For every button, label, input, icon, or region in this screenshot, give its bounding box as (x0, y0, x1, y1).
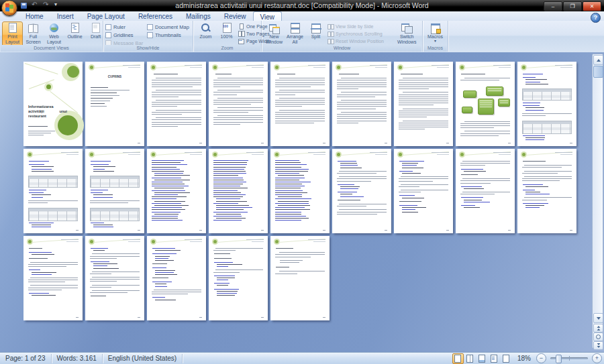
tab-view[interactable]: View (253, 11, 283, 21)
checkbox-thumbnails[interactable]: Thumbnails (147, 31, 189, 39)
page-count-status[interactable]: Page: 1 of 23 (0, 354, 52, 363)
checkbox-document-map[interactable]: Document Map (147, 23, 189, 31)
browse-next-button[interactable] (593, 341, 603, 350)
view-print-layout-button[interactable] (452, 353, 464, 364)
undo-icon[interactable] (32, 2, 39, 9)
page-thumbnail-23[interactable] (270, 236, 330, 320)
close-button[interactable]: ✕ (583, 1, 601, 11)
content-line (213, 160, 248, 161)
tab-home[interactable]: Home (19, 11, 50, 21)
page-thumbnail-15[interactable] (332, 149, 391, 233)
header-text-line (555, 65, 572, 66)
page-thumbnail-8[interactable] (456, 62, 515, 146)
page-thumbnail-21[interactable] (147, 236, 206, 320)
page-body (275, 247, 325, 314)
tab-insert[interactable]: Insert (50, 11, 81, 21)
content-line (339, 176, 387, 177)
reset-window-position-button: Reset Window Position (326, 38, 396, 45)
page-thumbnail-5[interactable] (270, 62, 330, 146)
page-number (199, 317, 202, 318)
qat-drop-icon[interactable] (54, 2, 62, 9)
tab-page-layout[interactable]: Page Layout (81, 11, 132, 21)
page-thumbnail-2[interactable]: CUPRINS (85, 62, 144, 146)
zoom-button[interactable]: Zoom (195, 21, 216, 40)
minimize-button[interactable]: – (544, 1, 562, 11)
page-body (275, 160, 325, 227)
view-draft-button[interactable] (501, 353, 512, 364)
page-thumbnail-1[interactable]: Informatizarea activității unui restaura… (23, 62, 83, 146)
split-button[interactable]: Split (305, 21, 326, 45)
switch-windows-button[interactable]: Switch Windows▾ (396, 21, 417, 48)
tab-references[interactable]: References (132, 11, 179, 21)
maximize-button[interactable]: ❐ (563, 1, 582, 11)
view-web-layout-button[interactable] (476, 353, 488, 364)
zoom-out-button[interactable]: − (536, 353, 546, 363)
page-thumbnail-9[interactable] (517, 62, 576, 146)
checkbox-ruler[interactable]: Ruler (105, 23, 147, 31)
view-full-screen-reading-button[interactable] (464, 353, 476, 364)
group-label: Document Views (1, 45, 102, 52)
content-line (525, 82, 540, 82)
content-line (214, 289, 238, 290)
content-line (152, 84, 201, 85)
page-thumbnail-3[interactable] (147, 62, 206, 146)
page-thumbnail-4[interactable] (209, 62, 268, 146)
scroll-down-button[interactable] (593, 313, 603, 323)
window-controls: – ❐ ✕ (544, 1, 601, 11)
checkbox-gridlines[interactable]: Gridlines (105, 31, 147, 39)
content-line (464, 171, 486, 172)
document-canvas[interactable]: Informatizarea activității unui restaura… (0, 52, 604, 352)
vertical-scrollbar[interactable] (592, 54, 603, 349)
page-thumbnail-22[interactable] (209, 236, 268, 320)
page-thumbnail-13[interactable] (209, 149, 268, 233)
page-thumbnail-11[interactable] (85, 149, 144, 233)
dropdown-arrow-icon: ▾ (434, 40, 436, 42)
group-show-hide: RulerGridlinesMessage Bar Document MapTh… (103, 21, 193, 52)
data-table (28, 208, 78, 221)
content-line (28, 126, 48, 127)
arrange-all-button[interactable]: Arrange All (285, 21, 305, 45)
office-button[interactable] (1, 0, 17, 16)
new-window-button[interactable]: New Window (264, 21, 285, 45)
button-label: Split (311, 34, 321, 40)
page-thumbnail-10[interactable] (23, 149, 83, 233)
view-outline-button[interactable] (489, 353, 500, 364)
content-line (275, 254, 325, 255)
help-button[interactable]: ? (591, 13, 601, 23)
browse-previous-button[interactable] (593, 324, 603, 332)
page-thumbnail-12[interactable] (147, 149, 206, 233)
scroll-up-button[interactable] (593, 55, 603, 65)
zoom-slider-thumb[interactable] (556, 355, 562, 363)
content-line (28, 266, 66, 267)
page-thumbnail-16[interactable] (394, 149, 453, 233)
zoom-slider[interactable] (550, 357, 588, 359)
page-thumbnail-14[interactable] (270, 149, 330, 233)
scrollbar-thumb[interactable] (593, 66, 603, 78)
100-button[interactable]: 100% (216, 21, 237, 40)
page-body (522, 160, 572, 227)
page-thumbnail-17[interactable] (456, 149, 515, 233)
page-number (138, 143, 140, 143)
content-line (28, 280, 78, 280)
checkbox-icon (147, 32, 153, 38)
select-browse-object-button[interactable] (593, 332, 603, 341)
language-status[interactable]: English (United States) (103, 354, 183, 363)
redo-icon[interactable] (43, 2, 50, 9)
content-line (154, 214, 179, 215)
tab-mailings[interactable]: Mailings (179, 11, 217, 21)
tab-review[interactable]: Review (217, 11, 253, 21)
zoom-level-button[interactable]: 18% (513, 355, 535, 362)
zoom-in-button[interactable]: + (592, 353, 602, 363)
button-label: 100% (221, 34, 233, 40)
page-thumbnail-18[interactable] (517, 149, 576, 233)
word-count-status[interactable]: Words: 3.161 (52, 354, 103, 363)
content-line (213, 220, 242, 221)
page-thumbnail-20[interactable] (85, 236, 144, 320)
save-icon[interactable] (20, 2, 28, 9)
page-body (337, 160, 387, 227)
page-thumbnail-6[interactable] (332, 62, 391, 146)
content-line (152, 124, 201, 125)
page-thumbnail-7[interactable] (394, 62, 453, 146)
page-thumbnail-19[interactable] (23, 236, 83, 320)
macros-button[interactable]: Macros▾ (425, 21, 446, 42)
